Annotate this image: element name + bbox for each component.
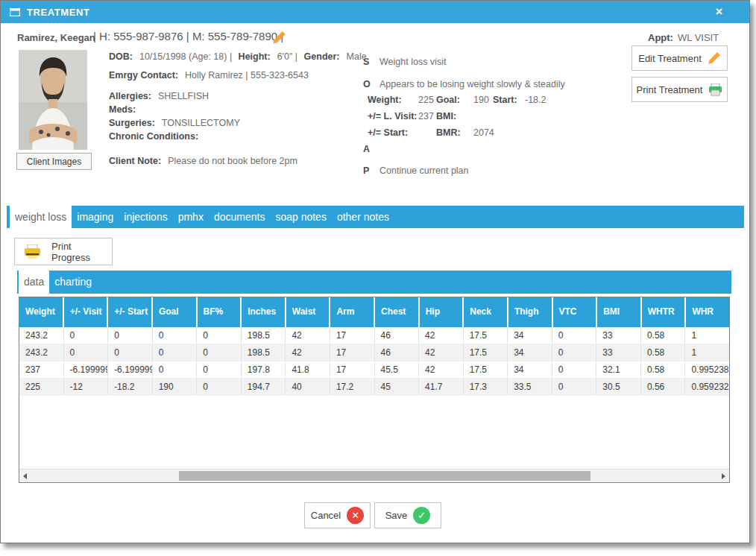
table-cell[interactable]: 0 — [197, 327, 242, 344]
table-cell[interactable]: 42 — [419, 327, 464, 344]
table-row[interactable]: 225-12-18.21900194.74017.24541.717.333.5… — [19, 379, 729, 396]
table-cell[interactable]: 17.5 — [464, 344, 508, 361]
column-header[interactable]: VTC — [553, 297, 598, 327]
table-cell[interactable]: 194.7 — [242, 379, 286, 395]
table-row[interactable]: 237-6.199999-6.19999900197.841.81745.542… — [19, 361, 729, 379]
tab-soap-notes[interactable]: soap notes — [270, 206, 332, 228]
table-cell[interactable]: 0.995238 — [685, 361, 729, 378]
table-cell[interactable]: 17.5 — [464, 327, 508, 344]
column-header[interactable]: +/- Visit — [64, 297, 109, 327]
table-cell[interactable]: 237 — [19, 361, 64, 378]
table-cell[interactable]: 45 — [375, 379, 420, 395]
column-header[interactable]: Weight — [19, 297, 64, 327]
table-cell[interactable]: 243.2 — [19, 327, 64, 344]
column-header[interactable]: WHR — [686, 297, 729, 327]
tab-other-notes[interactable]: other notes — [332, 206, 394, 228]
table-cell[interactable]: 42 — [286, 344, 330, 361]
table-cell[interactable]: 17 — [330, 327, 375, 344]
table-cell[interactable]: 33 — [596, 344, 641, 361]
table-cell[interactable]: -6.199999 — [108, 361, 153, 378]
tab-injections[interactable]: injections — [119, 206, 172, 228]
column-header[interactable]: Neck — [464, 297, 508, 327]
table-cell[interactable]: 0 — [197, 379, 242, 395]
table-cell[interactable]: 197.8 — [242, 361, 286, 378]
table-cell[interactable]: 17.2 — [330, 379, 375, 395]
table-cell[interactable]: 198.5 — [242, 344, 286, 361]
print-treatment-button[interactable]: Print Treatment — [631, 77, 728, 102]
subtab-charting[interactable]: charting — [49, 271, 97, 294]
table-cell[interactable]: -6.199999 — [64, 361, 109, 378]
table-cell[interactable]: 34 — [508, 327, 552, 344]
table-cell[interactable]: 32.1 — [596, 361, 641, 378]
table-cell[interactable]: 0 — [552, 379, 597, 395]
column-header[interactable]: Hip — [420, 297, 464, 327]
table-cell[interactable]: 0 — [552, 344, 597, 361]
table-cell[interactable]: 0.959232 — [685, 379, 729, 395]
close-icon[interactable]: × — [716, 4, 722, 19]
table-cell[interactable]: 33 — [596, 327, 641, 344]
table-cell[interactable]: 17.3 — [464, 379, 508, 395]
column-header[interactable]: BF% — [198, 297, 242, 327]
table-cell[interactable]: 33.5 — [508, 379, 552, 395]
column-header[interactable]: WHTR — [642, 297, 687, 327]
column-header[interactable]: Inches — [242, 297, 286, 327]
table-cell[interactable]: 34 — [508, 344, 552, 361]
table-cell[interactable]: 30.5 — [596, 379, 641, 395]
table-cell[interactable]: 40 — [286, 379, 330, 395]
table-cell[interactable]: 198.5 — [242, 327, 286, 344]
table-cell[interactable]: 46 — [375, 344, 420, 361]
table-cell[interactable]: -12 — [64, 379, 109, 395]
table-cell[interactable]: 0 — [108, 344, 153, 361]
table-cell[interactable]: 17 — [330, 361, 375, 378]
table-cell[interactable]: 42 — [419, 361, 464, 378]
table-cell[interactable]: 0 — [197, 361, 242, 378]
table-cell[interactable]: 0 — [552, 361, 597, 378]
column-header[interactable]: Thigh — [508, 297, 553, 327]
table-cell[interactable]: -18.2 — [108, 379, 153, 395]
column-header[interactable]: +/- Start — [108, 297, 153, 327]
table-cell[interactable]: 0.56 — [641, 379, 686, 395]
table-cell[interactable]: 0 — [153, 361, 198, 378]
scrollbar-thumb[interactable] — [179, 471, 590, 481]
table-cell[interactable]: 46 — [375, 327, 420, 344]
table-cell[interactable]: 0 — [197, 344, 242, 361]
table-cell[interactable]: 42 — [286, 327, 330, 344]
column-header[interactable]: Goal — [153, 297, 198, 327]
table-cell[interactable]: 0 — [64, 327, 109, 344]
table-cell[interactable]: 0 — [552, 327, 597, 344]
table-cell[interactable]: 17.5 — [464, 361, 508, 378]
tab-weight-loss[interactable]: weight loss — [10, 206, 72, 228]
table-cell[interactable]: 0 — [153, 344, 198, 361]
scroll-left-icon[interactable] — [23, 473, 27, 479]
table-cell[interactable]: 45.5 — [375, 361, 420, 378]
table-cell[interactable]: 34 — [508, 361, 552, 378]
table-cell[interactable]: 1 — [685, 344, 729, 361]
table-cell[interactable]: 0.58 — [641, 361, 686, 378]
table-cell[interactable]: 0.58 — [641, 327, 686, 344]
table-row[interactable]: 243.20000198.54217464217.5340330.581 — [19, 327, 729, 344]
table-cell[interactable]: 225 — [19, 379, 64, 395]
column-header[interactable]: Arm — [330, 297, 375, 327]
print-progress-button[interactable]: Print Progress — [14, 238, 113, 265]
subtab-data[interactable]: data — [19, 271, 49, 294]
tab-pmhx[interactable]: pmhx — [173, 206, 209, 228]
cancel-button[interactable]: Cancel ✕ — [304, 502, 371, 528]
table-cell[interactable]: 17 — [330, 344, 375, 361]
table-cell[interactable]: 1 — [685, 327, 729, 344]
save-button[interactable]: Save ✓ — [374, 502, 441, 528]
table-cell[interactable]: 42 — [419, 344, 464, 361]
table-cell[interactable]: 41.7 — [419, 379, 464, 395]
column-header[interactable]: BMI — [597, 297, 642, 327]
table-cell[interactable]: 0.58 — [641, 344, 686, 361]
edit-phones-pencil-icon[interactable] — [272, 31, 286, 45]
tab-imaging[interactable]: imaging — [72, 206, 119, 228]
edit-treatment-button[interactable]: Edit Treatment — [631, 45, 728, 71]
column-header[interactable]: Chest — [375, 297, 420, 327]
table-cell[interactable]: 0 — [153, 327, 198, 344]
table-cell[interactable]: 0 — [64, 344, 109, 361]
client-images-button[interactable]: Client Images — [16, 153, 92, 170]
table-cell[interactable]: 41.8 — [286, 361, 330, 378]
table-cell[interactable]: 243.2 — [19, 344, 64, 361]
table-cell[interactable]: 190 — [153, 379, 198, 395]
table-cell[interactable]: 0 — [108, 327, 153, 344]
